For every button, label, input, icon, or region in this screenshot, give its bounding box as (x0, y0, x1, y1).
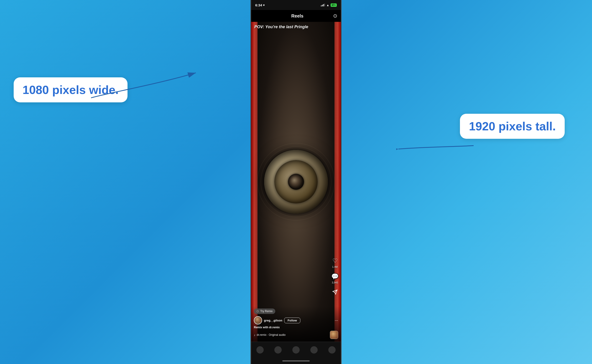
username-text[interactable]: greg._.gilson (264, 319, 282, 322)
status-right-icons: ▲ 67+ (321, 3, 337, 7)
nav-profile-icon (328, 346, 336, 354)
callout-right-text: 1920 pixels tall. (469, 120, 556, 133)
user-avatar[interactable] (254, 316, 262, 325)
home-bar (282, 360, 310, 362)
phone-frame: 6:34 ♥ ▲ 67+ Reels ⊙ POV: You're the las… (251, 0, 342, 364)
heart-action-icon: ♡ (331, 257, 339, 265)
home-indicator (251, 358, 341, 364)
heart-icon: ♥ (263, 3, 265, 7)
nav-profile[interactable] (326, 344, 338, 356)
wifi-icon: ▲ (326, 3, 329, 7)
status-bar: 6:34 ♥ ▲ 67+ (251, 0, 341, 10)
status-time: 6:34 ♥ (255, 3, 265, 7)
signal-bars-icon (321, 4, 325, 6)
bottom-nav (251, 342, 341, 358)
more-options-icon[interactable]: ··· (335, 318, 338, 323)
share-button[interactable] (331, 288, 339, 296)
follow-button[interactable]: Follow (284, 318, 300, 323)
battery-badge: 67+ (331, 3, 337, 7)
caption-text: POV: You're the last Pringle (254, 25, 308, 29)
tube-left (251, 22, 258, 342)
comment-icon: 💬 (331, 272, 339, 280)
signal-bar-2 (322, 5, 323, 6)
nav-home[interactable] (254, 344, 266, 356)
time-text: 6:34 (255, 3, 262, 7)
remix-badge-text: Try Remix (260, 310, 273, 313)
remix-prefix: Remix with (254, 326, 269, 329)
signal-bar-1 (321, 6, 321, 6)
nav-search[interactable] (272, 344, 284, 356)
audio-row: ♪ dr.remix · Original audio (254, 331, 338, 339)
comment-count: 3,945 (332, 281, 338, 284)
arrow-right-annotation (396, 132, 476, 166)
header-title: Reels (262, 13, 333, 19)
can-center (288, 174, 304, 190)
action-buttons: ♡ 1.4M 💬 3,945 (331, 257, 339, 296)
audio-thumb-image (330, 331, 338, 339)
send-icon (331, 288, 339, 296)
pringle-can-visual (251, 22, 341, 342)
like-button[interactable]: ♡ 1.4M (331, 257, 339, 268)
music-note-icon: ♪ (254, 333, 255, 337)
nav-search-icon (274, 346, 282, 354)
user-row: greg._.gilson Follow ··· (254, 316, 338, 325)
remix-icon: ⬡ (257, 310, 259, 313)
remix-author: dr.remix (269, 326, 280, 329)
signal-bar-3 (323, 4, 324, 6)
comment-button[interactable]: 💬 3,945 (331, 272, 339, 284)
arrow-left-annotation (84, 66, 198, 111)
nav-reels[interactable] (308, 344, 320, 356)
nav-add[interactable] (290, 344, 302, 356)
caption-overlay: POV: You're the last Pringle (251, 25, 341, 29)
nav-add-icon (292, 346, 300, 354)
audio-thumbnail[interactable] (330, 331, 338, 339)
remix-badge[interactable]: ⬡ Try Remix (254, 308, 275, 314)
nav-home-icon (256, 346, 264, 354)
header-bar: Reels ⊙ (251, 10, 341, 22)
like-count: 1.4M (332, 266, 338, 268)
bottom-overlay: ⬡ Try Remix greg._.gilson Follow ··· Rem… (251, 306, 341, 342)
video-area[interactable]: POV: You're the last Pringle ♡ 1. (251, 22, 341, 342)
remix-info: Remix with dr.remix (254, 326, 338, 329)
user-avatar-image (254, 317, 262, 324)
audio-text: dr.remix · Original audio (257, 333, 286, 337)
signal-bar-4 (324, 4, 325, 6)
camera-icon[interactable]: ⊙ (333, 13, 337, 19)
nav-reels-icon (310, 346, 318, 354)
audio-info[interactable]: ♪ dr.remix · Original audio (254, 333, 286, 337)
